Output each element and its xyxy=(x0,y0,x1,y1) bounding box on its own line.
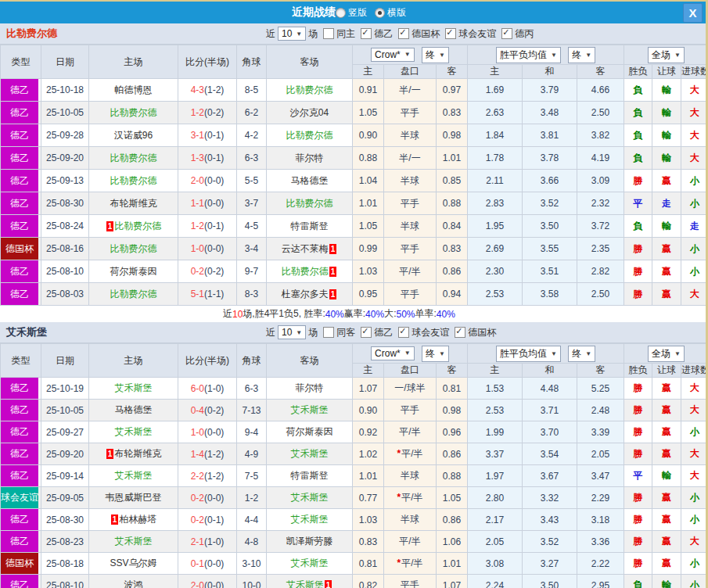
score-cell: 0-4(0-2) xyxy=(178,400,237,421)
date-cell: 25-08-18 xyxy=(41,553,89,575)
wdl-result-cell: 勝 xyxy=(624,553,652,575)
scope-select[interactable]: 全场▼ xyxy=(648,346,685,362)
date-cell: 25-10-05 xyxy=(41,400,89,421)
fulltime-score: 2-0 xyxy=(191,175,204,186)
home-odds-cell: 0.95 xyxy=(353,283,384,306)
match-count-select[interactable]: 10▼ xyxy=(278,325,306,339)
league-checkbox[interactable] xyxy=(361,327,372,338)
match-row: 球会友谊25-09-05韦恩威斯巴登0-2(0-0)1-2艾禾斯堡0.77*平/… xyxy=(1,487,708,509)
league-badge: 德乙 xyxy=(1,531,38,552)
league-badge: 德乙 xyxy=(1,102,38,124)
league-type-cell: 德乙 xyxy=(1,79,41,102)
sub-goals: 进球数 xyxy=(681,65,708,79)
result-mark: 勝 xyxy=(634,514,643,525)
avg-away-cell: 5.25 xyxy=(577,378,624,400)
result-mark: 勝 xyxy=(634,175,643,186)
league-checkbox[interactable] xyxy=(455,327,465,338)
result-mark: 小 xyxy=(690,558,699,568)
goals-result-cell: 小 xyxy=(681,553,708,575)
sub-avg-home: 主 xyxy=(468,364,523,378)
radio-vertical[interactable] xyxy=(336,8,346,18)
away-odds-cell: 0.88 xyxy=(437,192,468,215)
away-team-name: 比勒费尔德 xyxy=(286,84,333,95)
match-count-select[interactable]: 10▼ xyxy=(278,27,306,41)
league-checkbox[interactable] xyxy=(361,28,372,39)
away-team-name: 艾禾斯堡 xyxy=(291,404,329,415)
league-checkbox[interactable] xyxy=(445,28,456,39)
odds-company-select[interactable]: Crow*▼ xyxy=(371,346,415,360)
odds-group-header: Crow*▼ 终▼ xyxy=(353,45,468,65)
avg-home-cell: 2.24 xyxy=(468,575,523,588)
odds-final-select[interactable]: 终▼ xyxy=(422,346,449,362)
score-cell: 2-1(1-0) xyxy=(178,531,237,553)
same-venue-checkbox[interactable] xyxy=(323,327,334,338)
avg-final-select[interactable]: 终▼ xyxy=(568,346,595,362)
home-team-cell: 韦恩威斯巴登 xyxy=(89,487,178,509)
handicap-cell: 平手 xyxy=(384,400,437,421)
handicap-cell: 一/球半 xyxy=(384,378,437,400)
home-team-name: 柏林赫塔 xyxy=(119,514,156,525)
league-type-cell: 德乙 xyxy=(1,124,41,147)
corner-cell: 3-10 xyxy=(237,553,267,575)
wdl-result-cell: 平 xyxy=(624,192,652,215)
close-icon[interactable]: X xyxy=(683,3,703,23)
home-team-name: 比勒费尔德 xyxy=(110,107,157,118)
radio-horizontal-label[interactable]: 横版 xyxy=(387,6,406,20)
date-cell: 25-09-20 xyxy=(41,147,89,170)
avg-draw-cell: 4.48 xyxy=(523,378,577,400)
same-venue-checkbox[interactable] xyxy=(323,28,334,39)
handicap-result-cell: 輸 xyxy=(652,147,681,170)
goals-result-cell: 小 xyxy=(681,238,708,260)
date-cell: 25-10-18 xyxy=(41,79,89,102)
avg-away-cell: 3.72 xyxy=(577,215,624,238)
sub-handicap-result: 让球 xyxy=(652,65,681,79)
date-cell: 25-10-05 xyxy=(41,102,89,124)
date-cell: 25-08-24 xyxy=(41,215,89,238)
result-mark: 大 xyxy=(690,84,699,95)
league-type-cell: 德乙 xyxy=(1,465,41,487)
corner-cell: 6-2 xyxy=(237,102,267,124)
result-mark: 勝 xyxy=(634,289,643,299)
result-mark: 平 xyxy=(634,470,643,481)
avg-home-cell: 2.17 xyxy=(468,509,523,531)
radio-vertical-label[interactable]: 竖版 xyxy=(348,6,367,20)
avg-select[interactable]: 胜平负均值▼ xyxy=(496,346,561,362)
odds-company-select[interactable]: Crow*▼ xyxy=(371,48,415,62)
result-mark: 輸 xyxy=(662,470,671,481)
avg-home-cell: 2.05 xyxy=(468,531,523,553)
league-checkbox[interactable] xyxy=(398,28,409,39)
home-team-name: 比勒费尔德 xyxy=(114,220,161,231)
league-checkbox-label: 球会友谊 xyxy=(458,27,496,41)
halftime-score: (0-0) xyxy=(204,558,224,569)
summary-text: 场,胜4平1负5, 胜率: xyxy=(243,307,325,321)
score-cell: 4-3(1-2) xyxy=(178,79,237,102)
wdl-result-cell: 勝 xyxy=(624,170,652,192)
radio-horizontal[interactable] xyxy=(375,8,385,18)
away-team-name: 艾禾斯堡 xyxy=(291,448,329,459)
date-cell: 25-09-27 xyxy=(41,421,89,443)
date-cell: 25-09-14 xyxy=(41,465,89,487)
away-team-cell: 比勒费尔德1 xyxy=(267,260,353,283)
away-odds-cell: 0.98 xyxy=(437,124,468,147)
corner-cell: 7-13 xyxy=(237,400,267,421)
corner-cell: 7-5 xyxy=(237,465,267,487)
corner-cell: 9-4 xyxy=(237,421,267,443)
scope-select[interactable]: 全场▼ xyxy=(648,47,685,63)
halftime-score: (1-1) xyxy=(204,289,224,299)
league-checkbox[interactable] xyxy=(398,327,409,338)
league-checkbox[interactable] xyxy=(501,28,512,39)
avg-draw-cell: 3.78 xyxy=(523,147,577,170)
home-team-name: 荷尔斯泰因 xyxy=(110,266,157,277)
avg-final-select[interactable]: 终▼ xyxy=(568,47,595,63)
fulltime-score: 1-2 xyxy=(191,107,204,118)
summary-text: 50% xyxy=(396,309,415,320)
league-badge: 德国杯 xyxy=(1,553,38,574)
avg-select[interactable]: 胜平负均值▼ xyxy=(496,47,561,63)
wdl-result-cell: 勝 xyxy=(624,443,652,465)
halftime-score: (0-0) xyxy=(204,243,224,254)
halftime-score: (0-0) xyxy=(204,580,224,588)
home-odds-cell: 1.01 xyxy=(353,465,384,487)
avg-draw-cell: 3.50 xyxy=(523,575,577,588)
odds-final-select[interactable]: 终▼ xyxy=(422,47,449,63)
home-team-name: 比勒费尔德 xyxy=(110,152,157,163)
